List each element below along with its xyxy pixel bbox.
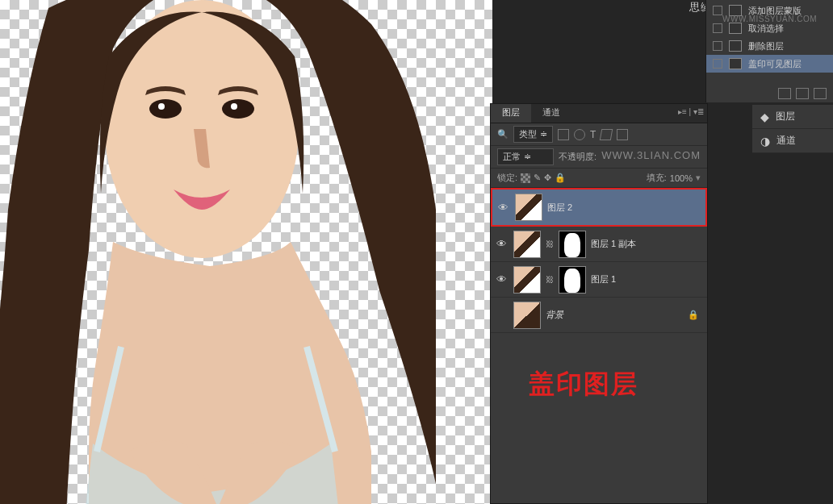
svg-point-4 <box>231 103 237 110</box>
history-label: 删除图层 <box>748 40 784 52</box>
filter-type-dropdown[interactable]: 类型 ≑ <box>513 126 553 143</box>
history-list: 添加图层蒙版 取消选择 删除图层 盖印可见图层 <box>706 0 833 74</box>
layers-list: 👁 图层 2 👁 ⛓ 图层 1 副本 👁 ⛓ 图层 1 背景 🔒 <box>491 188 707 333</box>
lock-paint-icon[interactable]: ✎ <box>534 173 541 183</box>
blend-mode-value: 正常 <box>503 151 521 163</box>
chevron-down-icon: ≑ <box>524 152 531 162</box>
collapsed-layers-panel[interactable]: ◆ 图层 <box>752 105 833 129</box>
visibility-eye-icon[interactable]: 👁 <box>494 273 509 285</box>
lock-move-icon[interactable]: ✥ <box>544 173 551 183</box>
lock-transparency-icon[interactable] <box>521 173 530 183</box>
layer-thumbnail[interactable] <box>515 194 542 221</box>
filter-shape-icon[interactable] <box>600 129 613 140</box>
history-step-icon <box>729 40 742 52</box>
layers-panel: 图层 通道 ▸≡ | ▾≣ 🔍 类型 ≑ T 正常 ≑ 不透明度: WWW.3L… <box>490 103 708 504</box>
history-label: 取消选择 <box>748 23 784 35</box>
history-bottom-icons <box>778 88 827 99</box>
panel-menu-icon[interactable]: ▸≡ | ▾≣ <box>678 107 704 116</box>
history-step-icon <box>729 58 742 69</box>
layer-name-label: 图层 1 <box>591 273 616 285</box>
mask-link-icon[interactable]: ⛓ <box>546 240 554 248</box>
filter-adjust-icon[interactable] <box>574 129 585 140</box>
mask-link-icon[interactable]: ⛓ <box>546 275 554 284</box>
layer-row[interactable]: 👁 图层 2 <box>491 188 707 227</box>
layer-thumbnail[interactable] <box>513 231 541 258</box>
fill-label: 填充: <box>647 172 667 184</box>
canvas-checkerboard[interactable] <box>0 0 492 504</box>
lock-all-icon[interactable]: 🔒 <box>555 173 566 183</box>
history-checkbox[interactable] <box>713 41 722 51</box>
svg-point-1 <box>149 99 182 119</box>
history-panel: WWW.MISSYUAN.COM 添加图层蒙版 取消选择 删除图层 盖印可见图层 <box>705 0 833 102</box>
layer-lock-icon: 🔒 <box>688 310 699 320</box>
portrait-image <box>0 0 436 504</box>
chevron-down-icon: ▾ <box>696 173 701 183</box>
chevron-down-icon: ≑ <box>540 129 547 140</box>
layer-thumbnail[interactable] <box>513 302 541 329</box>
layer-name-label: 图层 1 副本 <box>591 238 636 250</box>
history-checkbox[interactable] <box>713 23 722 33</box>
snapshot-icon[interactable] <box>778 88 791 99</box>
filter-label: 类型 <box>519 128 537 140</box>
history-step-icon <box>729 23 742 34</box>
layer-name-label: 背景 <box>546 309 563 321</box>
channels-icon: ◑ <box>760 135 770 148</box>
history-item[interactable]: 删除图层 <box>706 37 833 55</box>
panel-tabs: 图层 通道 ▸≡ | ▾≣ <box>491 104 707 123</box>
filter-text-icon[interactable]: T <box>590 129 596 140</box>
layer-thumbnail[interactable] <box>513 266 541 294</box>
layer-row[interactable]: 👁 ⛓ 图层 1 副本 <box>491 227 707 262</box>
svg-point-3 <box>158 103 165 110</box>
layer-row[interactable]: 👁 ⛓ 图层 1 <box>491 262 707 298</box>
filter-smart-icon[interactable] <box>617 129 628 140</box>
layer-name-label: 图层 2 <box>547 202 572 214</box>
tab-channels[interactable]: 通道 <box>531 104 571 123</box>
collapsed-label: 图层 <box>776 110 795 123</box>
blend-mode-dropdown[interactable]: 正常 ≑ <box>497 148 554 165</box>
tab-layers[interactable]: 图层 <box>491 104 531 123</box>
layers-icon: ◆ <box>760 110 769 123</box>
history-checkbox[interactable] <box>713 6 722 15</box>
lock-row: 锁定: ✎ ✥ 🔒 填充: 100% ▾ <box>491 169 707 188</box>
collapsed-label: 通道 <box>776 134 796 148</box>
opacity-label: 不透明度: <box>559 151 596 163</box>
collapsed-panels: ◆ 图层 ◑ 通道 <box>752 105 833 153</box>
visibility-eye-icon[interactable]: 👁 <box>496 202 510 214</box>
blend-row: 正常 ≑ 不透明度: WWW.3LIAN.COM <box>491 146 707 169</box>
collapsed-channels-panel[interactable]: ◑ 通道 <box>752 129 833 153</box>
lock-label: 锁定: <box>497 172 517 184</box>
history-label: 盖印可见图层 <box>748 58 802 70</box>
stamp-annotation: 盖印图层 <box>529 367 638 402</box>
layer-mask-thumbnail[interactable] <box>559 266 586 294</box>
history-item[interactable]: 盖印可见图层 <box>706 55 833 73</box>
watermark-url: WWW.MISSYUAN.COM <box>722 15 817 23</box>
filter-pixel-icon[interactable] <box>558 129 569 140</box>
layer-mask-thumbnail[interactable] <box>559 231 586 258</box>
visibility-eye-icon[interactable]: 👁 <box>494 238 509 250</box>
fill-value: 100% <box>670 173 693 183</box>
new-doc-icon[interactable] <box>796 88 809 99</box>
history-checkbox[interactable] <box>713 59 722 69</box>
trash-icon[interactable] <box>814 88 827 99</box>
layer-row[interactable]: 背景 🔒 <box>491 298 707 333</box>
filter-row: 🔍 类型 ≑ T <box>491 123 707 146</box>
svg-point-2 <box>222 99 254 119</box>
watermark-text: WWW.3LIAN.COM <box>601 149 701 161</box>
